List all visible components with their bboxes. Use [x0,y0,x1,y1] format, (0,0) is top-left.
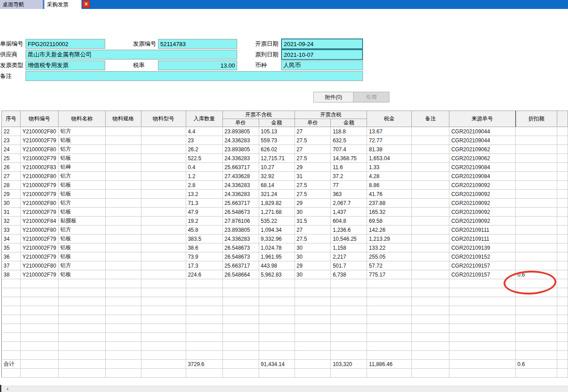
table-cell[interactable] [557,261,568,270]
table-cell[interactable]: 铝板 [58,234,105,243]
table-cell[interactable]: 30 [295,252,331,261]
table-cell[interactable]: 27.5 [295,181,331,190]
table-cell[interactable] [186,297,222,306]
table-cell[interactable] [557,279,568,288]
table-cell[interactable]: Y2100002F79 [20,234,58,243]
table-cell[interactable] [331,306,367,315]
table-cell[interactable] [367,324,412,333]
table-cell[interactable] [222,342,259,351]
table-cell[interactable]: 105.13 [259,127,295,136]
table-cell[interactable]: CGR202109062 [449,154,516,163]
table-cell[interactable]: 522.5 [186,154,222,163]
table-cell[interactable] [412,315,449,324]
table-cell[interactable]: 72.77 [367,136,412,145]
table-cell[interactable]: CGR202109139 [449,243,516,252]
table-cell[interactable] [141,127,186,136]
table-cell[interactable] [141,190,186,199]
table-cell[interactable] [141,288,186,297]
table-cell[interactable] [105,190,141,199]
table-cell[interactable]: 24.336283 [222,136,259,145]
table-cell[interactable]: 237.88 [367,199,412,208]
table-cell[interactable] [105,208,141,217]
table-cell[interactable]: 1.2 [186,172,222,181]
table-cell[interactable] [141,136,186,145]
table-cell[interactable]: 27.5 [295,136,331,145]
table-cell[interactable]: 27 [295,145,331,154]
table-cell[interactable]: 13.67 [367,127,412,136]
table-cell[interactable]: 26.548673 [222,252,259,261]
col-header-material-name[interactable]: 物料名称 [58,111,105,127]
table-cell[interactable] [2,297,21,306]
table-cell[interactable]: 24.336283 [222,190,259,199]
table-cell[interactable]: Y2100002F79 [20,243,58,252]
remark-field[interactable] [26,71,363,81]
table-cell[interactable] [58,315,105,324]
table-cell[interactable]: 383.5 [186,234,222,243]
table-cell[interactable]: CGR202109157 [449,261,516,270]
table-cell[interactable] [516,315,557,324]
table-cell[interactable] [20,351,58,360]
table-cell[interactable] [516,297,557,306]
table-cell[interactable] [20,297,58,306]
table-cell[interactable] [2,288,21,297]
table-cell[interactable] [331,324,367,333]
table-cell[interactable] [2,342,21,351]
table-cell[interactable] [141,369,186,378]
table-cell[interactable]: 31.5 [295,217,331,226]
table-cell[interactable] [557,226,568,234]
table-cell[interactable] [295,369,331,378]
table-cell[interactable] [516,333,557,342]
table-cell[interactable]: 45.8 [186,226,222,234]
table-cell[interactable]: 23.893805 [222,145,259,154]
table-cell[interactable] [412,163,449,172]
table-cell[interactable] [259,351,295,360]
table-cell[interactable] [141,324,186,333]
table-cell[interactable] [412,181,449,190]
table-cell[interactable]: 铝板 [58,154,105,163]
table-cell[interactable]: Y2100002F79 [20,136,58,145]
table-cell[interactable] [412,208,449,217]
table-cell[interactable] [557,181,568,190]
table-cell[interactable] [222,306,259,315]
table-cell[interactable] [105,163,141,172]
table-cell[interactable] [105,181,141,190]
currency-field[interactable] [281,60,363,70]
table-cell[interactable]: 27 [2,172,21,181]
table-cell[interactable]: CGR202109092 [449,217,516,226]
table-cell[interactable] [105,333,141,342]
table-cell[interactable]: 775.17 [367,270,412,279]
table-cell[interactable] [141,333,186,342]
table-cell[interactable] [2,306,21,315]
table-cell[interactable] [295,315,331,324]
table-cell[interactable]: CGR202109084 [449,163,516,172]
table-cell[interactable] [105,234,141,243]
table-cell[interactable] [516,324,557,333]
table-cell[interactable] [412,333,449,342]
table-cell[interactable] [557,351,568,360]
table-cell[interactable] [141,172,186,181]
table-cell[interactable] [331,297,367,306]
table-cell[interactable]: 10,546.25 [331,234,367,243]
table-cell[interactable]: 31 [2,208,21,217]
table-cell[interactable]: CGR202109092 [449,199,516,208]
table-cell[interactable] [58,324,105,333]
table-cell[interactable] [412,288,449,297]
table-cell[interactable] [367,351,412,360]
table-cell[interactable]: Y2100002F80 [20,226,58,234]
table-cell[interactable] [516,306,557,315]
table-cell[interactable] [557,243,568,252]
table-cell[interactable] [259,315,295,324]
table-cell[interactable] [449,351,516,360]
table-cell[interactable]: 5,962.83 [259,270,295,279]
col-header-excl-amount[interactable]: 金额 [259,119,295,127]
table-cell[interactable]: 37 [2,261,21,270]
table-cell[interactable]: 0.4 [186,163,222,172]
table-cell[interactable] [105,315,141,324]
table-cell[interactable] [557,190,568,199]
table-cell[interactable] [412,127,449,136]
table-cell[interactable]: 11.6 [331,163,367,172]
table-cell[interactable] [557,270,568,279]
table-cell[interactable]: 29 [295,199,331,208]
table-cell[interactable]: 24.336283 [222,181,259,190]
table-cell[interactable]: Y2100002F83 [20,163,58,172]
